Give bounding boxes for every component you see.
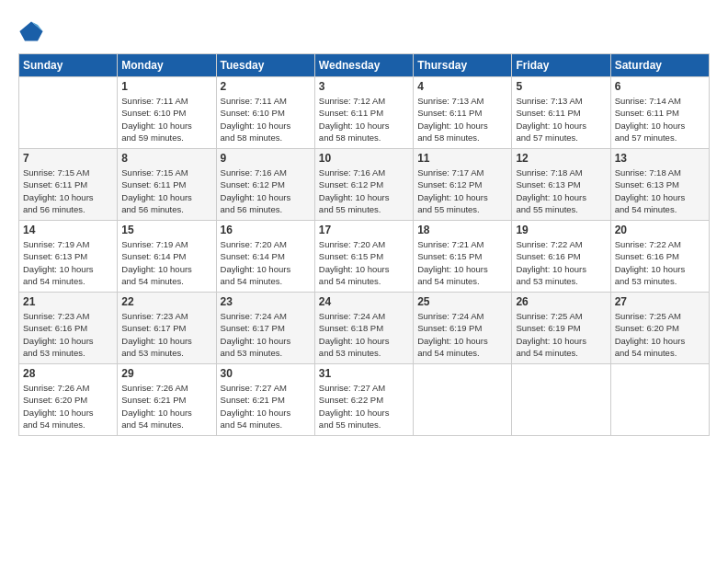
day-info: Sunrise: 7:13 AM Sunset: 6:11 PM Dayligh… [516, 95, 606, 144]
day-number: 2 [221, 80, 311, 93]
day-cell: 21Sunrise: 7:23 AM Sunset: 6:16 PM Dayli… [19, 293, 118, 364]
day-info: Sunrise: 7:23 AM Sunset: 6:16 PM Dayligh… [23, 310, 113, 359]
day-number: 11 [417, 152, 507, 165]
day-cell: 31Sunrise: 7:27 AM Sunset: 6:22 PM Dayli… [314, 364, 413, 436]
week-row-3: 14Sunrise: 7:19 AM Sunset: 6:13 PM Dayli… [19, 221, 710, 293]
day-number: 18 [417, 224, 507, 236]
day-info: Sunrise: 7:18 AM Sunset: 6:13 PM Dayligh… [516, 167, 606, 215]
day-cell: 11Sunrise: 7:17 AM Sunset: 6:12 PM Dayli… [414, 149, 512, 221]
day-number: 26 [516, 295, 606, 308]
day-cell: 16Sunrise: 7:20 AM Sunset: 6:14 PM Dayli… [216, 221, 314, 293]
day-cell: 3Sunrise: 7:12 AM Sunset: 6:11 PM Daylig… [314, 77, 413, 149]
day-cell: 17Sunrise: 7:20 AM Sunset: 6:15 PM Dayli… [314, 221, 413, 293]
day-info: Sunrise: 7:14 AM Sunset: 6:11 PM Dayligh… [615, 95, 705, 144]
day-cell: 27Sunrise: 7:25 AM Sunset: 6:20 PM Dayli… [610, 293, 709, 364]
day-number: 17 [319, 224, 409, 236]
day-info: Sunrise: 7:16 AM Sunset: 6:12 PM Dayligh… [319, 167, 409, 215]
day-number: 22 [121, 295, 211, 308]
day-cell [19, 77, 118, 149]
day-info: Sunrise: 7:23 AM Sunset: 6:17 PM Dayligh… [121, 310, 211, 359]
day-number: 6 [615, 80, 705, 93]
day-info: Sunrise: 7:22 AM Sunset: 6:16 PM Dayligh… [516, 238, 606, 287]
header-row: SundayMondayTuesdayWednesdayThursdayFrid… [19, 54, 710, 77]
day-info: Sunrise: 7:26 AM Sunset: 6:20 PM Dayligh… [23, 382, 113, 431]
day-cell: 29Sunrise: 7:26 AM Sunset: 6:21 PM Dayli… [118, 364, 216, 436]
day-info: Sunrise: 7:11 AM Sunset: 6:10 PM Dayligh… [221, 95, 311, 144]
day-cell: 9Sunrise: 7:16 AM Sunset: 6:12 PM Daylig… [216, 149, 314, 221]
day-number: 19 [516, 224, 606, 236]
day-info: Sunrise: 7:17 AM Sunset: 6:12 PM Dayligh… [417, 167, 507, 215]
day-cell: 15Sunrise: 7:19 AM Sunset: 6:14 PM Dayli… [118, 221, 216, 293]
day-number: 7 [23, 152, 113, 165]
day-info: Sunrise: 7:25 AM Sunset: 6:20 PM Dayligh… [615, 310, 705, 359]
day-cell: 5Sunrise: 7:13 AM Sunset: 6:11 PM Daylig… [512, 77, 610, 149]
day-number: 24 [319, 295, 409, 308]
col-header-monday: Monday [118, 54, 216, 77]
day-info: Sunrise: 7:20 AM Sunset: 6:15 PM Dayligh… [319, 238, 409, 287]
day-info: Sunrise: 7:19 AM Sunset: 6:13 PM Dayligh… [23, 238, 113, 287]
day-number: 20 [615, 224, 705, 236]
col-header-friday: Friday [512, 54, 610, 77]
day-info: Sunrise: 7:12 AM Sunset: 6:11 PM Dayligh… [319, 95, 409, 144]
week-row-2: 7Sunrise: 7:15 AM Sunset: 6:11 PM Daylig… [19, 149, 710, 221]
day-cell [512, 364, 610, 436]
day-number: 4 [417, 80, 507, 93]
day-cell: 6Sunrise: 7:14 AM Sunset: 6:11 PM Daylig… [610, 77, 709, 149]
day-number: 8 [121, 152, 211, 165]
day-cell: 13Sunrise: 7:18 AM Sunset: 6:13 PM Dayli… [610, 149, 709, 221]
logo [18, 18, 48, 44]
day-number: 1 [121, 80, 211, 93]
day-info: Sunrise: 7:13 AM Sunset: 6:11 PM Dayligh… [417, 95, 507, 144]
day-number: 13 [615, 152, 705, 165]
day-cell: 24Sunrise: 7:24 AM Sunset: 6:18 PM Dayli… [314, 293, 413, 364]
day-number: 27 [615, 295, 705, 308]
day-cell: 4Sunrise: 7:13 AM Sunset: 6:11 PM Daylig… [414, 77, 512, 149]
logo-icon [18, 18, 44, 44]
day-number: 21 [23, 295, 113, 308]
day-info: Sunrise: 7:21 AM Sunset: 6:15 PM Dayligh… [417, 238, 507, 287]
day-cell: 30Sunrise: 7:27 AM Sunset: 6:21 PM Dayli… [216, 364, 314, 436]
day-cell: 10Sunrise: 7:16 AM Sunset: 6:12 PM Dayli… [314, 149, 413, 221]
day-info: Sunrise: 7:20 AM Sunset: 6:14 PM Dayligh… [221, 238, 311, 287]
day-number: 15 [121, 224, 211, 236]
day-info: Sunrise: 7:18 AM Sunset: 6:13 PM Dayligh… [615, 167, 705, 215]
day-number: 29 [121, 367, 211, 380]
week-row-1: 1Sunrise: 7:11 AM Sunset: 6:10 PM Daylig… [19, 77, 710, 149]
day-cell: 1Sunrise: 7:11 AM Sunset: 6:10 PM Daylig… [118, 77, 216, 149]
day-cell: 20Sunrise: 7:22 AM Sunset: 6:16 PM Dayli… [610, 221, 709, 293]
day-cell: 22Sunrise: 7:23 AM Sunset: 6:17 PM Dayli… [118, 293, 216, 364]
day-number: 31 [319, 367, 409, 380]
week-row-4: 21Sunrise: 7:23 AM Sunset: 6:16 PM Dayli… [19, 293, 710, 364]
day-number: 25 [417, 295, 507, 308]
day-cell: 2Sunrise: 7:11 AM Sunset: 6:10 PM Daylig… [216, 77, 314, 149]
day-cell: 7Sunrise: 7:15 AM Sunset: 6:11 PM Daylig… [19, 149, 118, 221]
day-info: Sunrise: 7:15 AM Sunset: 6:11 PM Dayligh… [23, 167, 113, 215]
day-cell: 18Sunrise: 7:21 AM Sunset: 6:15 PM Dayli… [414, 221, 512, 293]
day-cell: 26Sunrise: 7:25 AM Sunset: 6:19 PM Dayli… [512, 293, 610, 364]
day-info: Sunrise: 7:26 AM Sunset: 6:21 PM Dayligh… [121, 382, 211, 431]
day-info: Sunrise: 7:27 AM Sunset: 6:21 PM Dayligh… [221, 382, 311, 431]
calendar-table: SundayMondayTuesdayWednesdayThursdayFrid… [18, 53, 710, 436]
day-cell: 25Sunrise: 7:24 AM Sunset: 6:19 PM Dayli… [414, 293, 512, 364]
day-cell: 14Sunrise: 7:19 AM Sunset: 6:13 PM Dayli… [19, 221, 118, 293]
day-number: 30 [221, 367, 311, 380]
day-info: Sunrise: 7:15 AM Sunset: 6:11 PM Dayligh… [121, 167, 211, 215]
col-header-thursday: Thursday [414, 54, 512, 77]
day-info: Sunrise: 7:25 AM Sunset: 6:19 PM Dayligh… [516, 310, 606, 359]
day-cell: 12Sunrise: 7:18 AM Sunset: 6:13 PM Dayli… [512, 149, 610, 221]
day-cell: 19Sunrise: 7:22 AM Sunset: 6:16 PM Dayli… [512, 221, 610, 293]
col-header-sunday: Sunday [19, 54, 118, 77]
day-info: Sunrise: 7:24 AM Sunset: 6:18 PM Dayligh… [319, 310, 409, 359]
day-info: Sunrise: 7:16 AM Sunset: 6:12 PM Dayligh… [221, 167, 311, 215]
day-info: Sunrise: 7:11 AM Sunset: 6:10 PM Dayligh… [121, 95, 211, 144]
day-cell: 23Sunrise: 7:24 AM Sunset: 6:17 PM Dayli… [216, 293, 314, 364]
col-header-wednesday: Wednesday [314, 54, 413, 77]
day-number: 14 [23, 224, 113, 236]
day-number: 28 [23, 367, 113, 380]
day-info: Sunrise: 7:27 AM Sunset: 6:22 PM Dayligh… [319, 382, 409, 431]
svg-marker-0 [19, 22, 42, 41]
week-row-5: 28Sunrise: 7:26 AM Sunset: 6:20 PM Dayli… [19, 364, 710, 436]
day-number: 3 [319, 80, 409, 93]
day-number: 16 [221, 224, 311, 236]
day-cell: 28Sunrise: 7:26 AM Sunset: 6:20 PM Dayli… [19, 364, 118, 436]
